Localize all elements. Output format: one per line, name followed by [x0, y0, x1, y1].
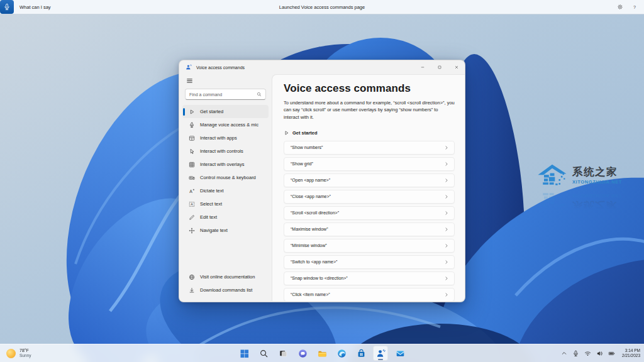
command-row-minimise-window[interactable]: “Minimise window”: [284, 239, 455, 253]
window-titlebar[interactable]: Voice access commands: [179, 60, 465, 74]
voice-access-commands-window: Voice access commands Get started: [179, 60, 465, 302]
file-explorer-button[interactable]: [314, 346, 330, 361]
sidebar-item-manage-voice-access[interactable]: Manage voice access & mic: [182, 118, 269, 131]
download-icon: [189, 287, 195, 293]
command-row-snap-window[interactable]: “Snap window to <direction>”: [284, 272, 455, 285]
hidden-icons-chevron-icon[interactable]: [561, 350, 567, 356]
search-icon: [259, 349, 269, 358]
command-row-show-numbers[interactable]: “Show numbers”: [284, 141, 455, 155]
task-view-button[interactable]: [275, 346, 291, 361]
close-button[interactable]: [448, 60, 465, 74]
hamburger-menu-button[interactable]: [182, 75, 197, 86]
windows-logo-icon: [240, 349, 249, 358]
sidebar-item-navigate-text[interactable]: Navigate text: [182, 224, 269, 237]
screen: 系统之家 XITONGZHIJIA.NET 系统之家 XITONGZHIJIA.…: [0, 0, 644, 362]
voice-access-status: Launched Voice access commands page: [279, 4, 365, 10]
microphone-icon: [189, 122, 195, 128]
sidebar-item-interact-with-overlays[interactable]: Interact with overlays: [182, 158, 269, 171]
command-list: “Show numbers” “Show grid” “Open <app na…: [284, 141, 455, 301]
globe-icon: [189, 274, 195, 280]
search-button[interactable]: [256, 346, 271, 361]
minimize-button[interactable]: [414, 60, 431, 74]
what-can-i-say-label[interactable]: What can I say: [19, 4, 51, 10]
microsoft-store-icon: [357, 349, 366, 358]
settings-gear-icon[interactable]: [617, 4, 623, 10]
chevron-right-icon: [444, 227, 449, 232]
command-row-click-item[interactable]: “Click <item name>”: [284, 288, 455, 301]
store-button[interactable]: [353, 346, 369, 361]
sidebar-item-interact-with-controls[interactable]: Interact with controls: [182, 145, 269, 158]
edge-browser-icon: [337, 349, 347, 358]
sidebar-spacer: [182, 237, 269, 270]
mouse-keyboard-icon: [189, 175, 195, 181]
weather-temperature: 78°F: [19, 348, 31, 354]
help-icon[interactable]: [631, 4, 638, 10]
taskbar: 78°F Sunny: [0, 344, 644, 362]
sidebar-item-interact-with-apps[interactable]: Interact with apps: [182, 131, 269, 145]
play-icon: [189, 109, 195, 115]
mail-button[interactable]: [392, 346, 408, 361]
weather-condition: Sunny: [19, 353, 31, 358]
chat-icon: [298, 349, 308, 358]
edge-button[interactable]: [334, 346, 349, 361]
select-text-icon: [189, 201, 195, 207]
sidebar-item-control-mouse-keyboard[interactable]: Control mouse & keyboard: [182, 171, 269, 184]
taskbar-app-icons: [236, 346, 408, 361]
system-tray: 3:14 PM 2/21/2023: [561, 348, 640, 359]
command-row-scroll[interactable]: “Scroll <scroll direction>”: [284, 206, 455, 220]
start-button[interactable]: [236, 346, 252, 361]
command-row-close-app[interactable]: “Close <app name>”: [284, 190, 455, 204]
sidebar-item-select-text[interactable]: Select text: [182, 197, 269, 211]
voice-access-button[interactable]: [373, 346, 388, 361]
app-window-icon: [189, 135, 195, 141]
command-search-box[interactable]: [185, 89, 266, 100]
command-row-open-app[interactable]: “Open <app name>”: [284, 173, 455, 187]
grid-icon: [189, 162, 195, 168]
dictate-icon: [189, 188, 195, 194]
maximize-button[interactable]: [431, 60, 448, 74]
command-row-show-grid[interactable]: “Show grid”: [284, 157, 455, 171]
page-title: Voice access commands: [284, 82, 455, 95]
voice-access-mic-button[interactable]: [0, 0, 14, 14]
sidebar-item-visit-documentation[interactable]: Visit online documentation: [182, 270, 269, 283]
battery-icon[interactable]: [608, 350, 615, 357]
microphone-icon: [3, 3, 11, 11]
voice-access-bar: What can I say Launched Voice access com…: [0, 0, 644, 14]
window-title: Voice access commands: [196, 65, 245, 70]
wifi-icon[interactable]: [584, 350, 591, 357]
chat-button[interactable]: [295, 346, 310, 361]
chevron-right-icon: [444, 162, 449, 167]
cursor-icon: [189, 148, 195, 155]
mic-status-icon[interactable]: [572, 350, 579, 357]
get-started-section-header[interactable]: Get started: [284, 130, 455, 136]
clock[interactable]: 3:14 PM 2/21/2023: [622, 348, 640, 359]
task-view-icon: [279, 349, 288, 358]
page-description: To understand more about a command for e…: [284, 99, 455, 121]
running-app-indicator: [378, 359, 383, 360]
sidebar-item-get-started[interactable]: Get started: [182, 105, 269, 118]
clock-time: 3:14 PM: [622, 348, 640, 353]
sun-icon: [6, 349, 16, 358]
weather-widget[interactable]: 78°F Sunny: [6, 348, 31, 359]
chevron-right-icon: [444, 194, 449, 199]
chevron-right-icon: [444, 260, 449, 265]
sidebar-item-edit-text[interactable]: Edit text: [182, 211, 269, 224]
search-input[interactable]: [189, 92, 257, 97]
folder-icon: [318, 349, 327, 358]
volume-icon[interactable]: [596, 350, 603, 357]
chevron-right-icon: [444, 276, 449, 281]
mail-envelope-icon: [396, 349, 405, 358]
watermark-logo-reflection-icon: [536, 188, 569, 217]
watermark-chinese-text: 系统之家: [572, 166, 622, 177]
chevron-right-icon: [444, 243, 449, 248]
maximize-icon: [437, 65, 442, 70]
watermark-reflection: 系统之家 XITONGZHIJIA.NET: [536, 188, 640, 217]
command-row-maximise-window[interactable]: “Maximise window”: [284, 222, 455, 236]
minimize-icon: [420, 65, 425, 70]
sidebar-item-dictate-text[interactable]: Dictate text: [182, 184, 269, 197]
sidebar: Get started Manage voice access & mic In…: [179, 74, 272, 301]
navigate-icon: [189, 228, 195, 234]
command-row-switch-to-app[interactable]: “Switch to <app name>”: [284, 255, 455, 269]
chevron-right-icon: [444, 178, 449, 183]
sidebar-item-download-commands[interactable]: Download commands list: [182, 283, 269, 297]
